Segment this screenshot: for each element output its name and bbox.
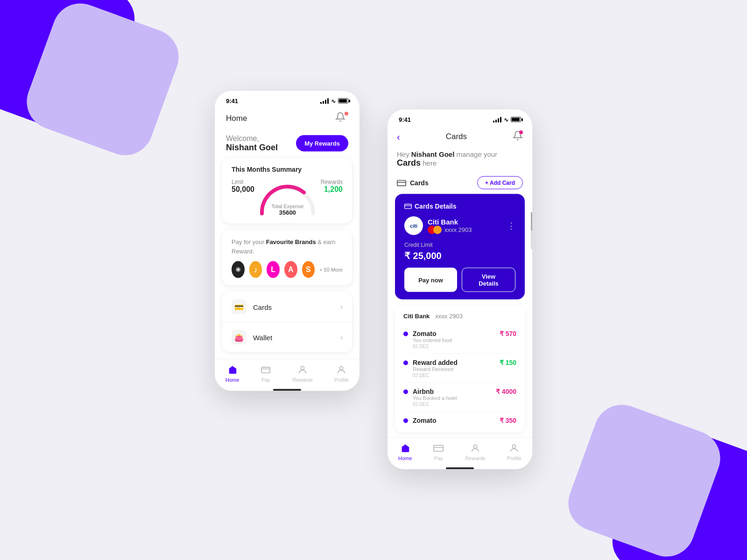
trans-desc-zomato1: You ordered food: [413, 337, 452, 343]
brands-text: Pay for your Favourite Brands & earn Rew…: [232, 238, 343, 256]
trans-amount-airbnb: ₹ 4000: [496, 388, 516, 395]
limit-label: Limit: [232, 179, 254, 185]
trans-left-reward: Reward added Reward Received 03 DEC: [403, 359, 458, 378]
my-rewards-button[interactable]: My Rewards: [296, 135, 348, 152]
trans-card-number: xxxx 2903: [435, 313, 463, 320]
back-button[interactable]: ‹: [397, 131, 400, 142]
trans-amount-zomato2: ₹ 350: [500, 417, 516, 424]
battery-icon-cards: [511, 117, 521, 122]
rewards-value: 1,200: [321, 185, 343, 194]
summary-card: This Months Summary Limit 50,000 Total E…: [222, 158, 352, 224]
welcome-section: Welcome, Nishant Goel My Rewards: [215, 127, 359, 158]
notification-bell-home[interactable]: [335, 112, 348, 125]
gauge-label: Total Expense 35600: [271, 203, 303, 216]
wifi-icon: ∿: [331, 98, 336, 104]
svg-rect-7: [405, 204, 412, 209]
gauge-chart: Total Expense 35600: [255, 179, 320, 216]
cards-nav-label-pay: Pay: [434, 455, 443, 461]
scrollbar-thumb: [531, 212, 532, 231]
greeting-text: Welcome,: [226, 134, 278, 143]
pay-now-button[interactable]: Pay now: [404, 268, 457, 292]
svg-rect-0: [231, 371, 234, 373]
cards-chevron-icon: ›: [340, 303, 343, 311]
cards-detail-card: Cards Details citi Citi Bank xxxx 2903: [395, 194, 525, 300]
signal-icon: [320, 98, 329, 104]
brand-icon-asterisk: ✳: [232, 261, 245, 278]
notification-dot-cards: [519, 131, 523, 134]
credit-limit-label: Credit Limit: [404, 242, 515, 248]
wallet-menu-item[interactable]: 👛 Wallet ›: [222, 322, 352, 352]
home-phone: 9:41 ∿ Home: [215, 91, 359, 391]
wallet-chevron-icon: ›: [340, 333, 343, 342]
trans-dot-zomato2: [403, 419, 408, 423]
notification-bell-cards[interactable]: [513, 131, 523, 143]
nav-item-pay[interactable]: Pay: [261, 365, 271, 383]
transaction-item-airbnb[interactable]: Airbnb You Booked a hotel 02 DEC ₹ 4000: [403, 383, 516, 412]
cards-menu-item[interactable]: 💳 Cards ›: [222, 292, 352, 322]
nav-label-rewards: Rewards: [292, 377, 312, 383]
cards-nav-item-pay[interactable]: Pay: [433, 443, 444, 461]
brand-icon-lyft: L: [267, 261, 280, 278]
menu-section: 💳 Cards › 👛 Wallet ›: [222, 292, 352, 352]
brand-icon-swiggy: S: [302, 261, 315, 278]
scrollbar[interactable]: [531, 212, 532, 250]
transaction-item-zomato1[interactable]: Zomato You ordered food 02 DEC ₹ 570: [403, 325, 516, 354]
trans-desc-airbnb: You Booked a hotel: [413, 395, 457, 401]
svg-rect-1: [261, 367, 270, 373]
nav-item-rewards[interactable]: Rewards: [292, 365, 312, 383]
trans-bank-name: Citi Bank: [403, 313, 430, 320]
cards-nav-item-rewards[interactable]: Rewards: [465, 443, 485, 461]
nav-label-profile-home: Profile: [334, 377, 349, 383]
expense-value: 35600: [271, 209, 303, 216]
limit-value: 50,000: [232, 185, 254, 194]
svg-rect-9: [404, 449, 407, 452]
nav-item-profile-home[interactable]: Profile: [334, 365, 349, 383]
cards-bottom-nav: Home Pay Rewards: [388, 437, 532, 465]
battery-icon: [338, 98, 348, 104]
home-title: Home: [226, 114, 247, 123]
bank-info: citi Citi Bank xxxx 2903: [404, 217, 472, 235]
hey-text: Hey Nishant Goel manage your: [397, 150, 523, 158]
wallet-menu-left: 👛 Wallet: [232, 330, 272, 345]
add-card-button[interactable]: + Add Card: [477, 176, 523, 189]
home-bottom-nav: Home Pay Rewards: [215, 359, 359, 386]
cards-nav-item-home[interactable]: Home: [398, 443, 412, 461]
transaction-item-reward[interactable]: Reward added Reward Received 03 DEC ₹ 15…: [403, 354, 516, 383]
cards-nav-bar: ‹ Cards: [388, 127, 532, 145]
status-icons-cards: ∿: [493, 116, 521, 123]
cards-label: Cards: [397, 179, 429, 187]
cards-user-name: Nishant Goel: [411, 150, 455, 158]
brand-icon-airbnb: A: [284, 261, 297, 278]
credit-limit-value: ₹ 25,000: [404, 250, 515, 261]
trans-bank-header: Citi Bank xxxx 2903: [403, 313, 516, 320]
cards-menu-left: 💳 Cards: [232, 300, 272, 315]
cards-nav-label-home: Home: [398, 455, 412, 461]
cards-nav-label-profile: Profile: [507, 455, 521, 461]
brand-icons: ✳ ♪ L A S + 50 More: [232, 261, 343, 278]
cards-detail-title: Cards Details: [415, 203, 456, 210]
cards-nav-item-profile[interactable]: Profile: [507, 443, 521, 461]
user-name-home: Nishant Goel: [226, 143, 278, 153]
summary-title: This Months Summary: [232, 166, 343, 173]
trans-left-zomato2: Zomato: [403, 417, 437, 424]
trans-dot-zomato1: [403, 332, 408, 336]
cards-here-text: Cards here: [397, 158, 523, 168]
svg-point-13: [513, 445, 516, 448]
expense-label: Total Expense: [271, 203, 303, 209]
cards-nav-label-rewards: Rewards: [465, 455, 485, 461]
transaction-item-zomato2[interactable]: Zomato ₹ 350: [403, 412, 516, 426]
cards-menu-label: Cards: [253, 303, 272, 311]
svg-point-4: [340, 366, 343, 370]
cards-home-indicator: [446, 468, 474, 469]
home-nav-bar: Home: [215, 108, 359, 127]
card-number: xxxx 2903: [428, 225, 472, 234]
trans-amount-reward: ₹ 150: [500, 359, 516, 366]
nav-item-home[interactable]: Home: [226, 365, 239, 383]
nav-label-home: Home: [226, 377, 239, 383]
view-details-button[interactable]: View Details: [462, 268, 515, 292]
more-options-button[interactable]: ⋮: [507, 221, 515, 231]
summary-stats: Limit 50,000 Total Expense 35600: [232, 179, 343, 216]
signal-icon-cards: [493, 117, 501, 122]
trans-left-airbnb: Airbnb You Booked a hotel 02 DEC: [403, 388, 457, 407]
trans-date-airbnb: 02 DEC: [413, 402, 457, 407]
